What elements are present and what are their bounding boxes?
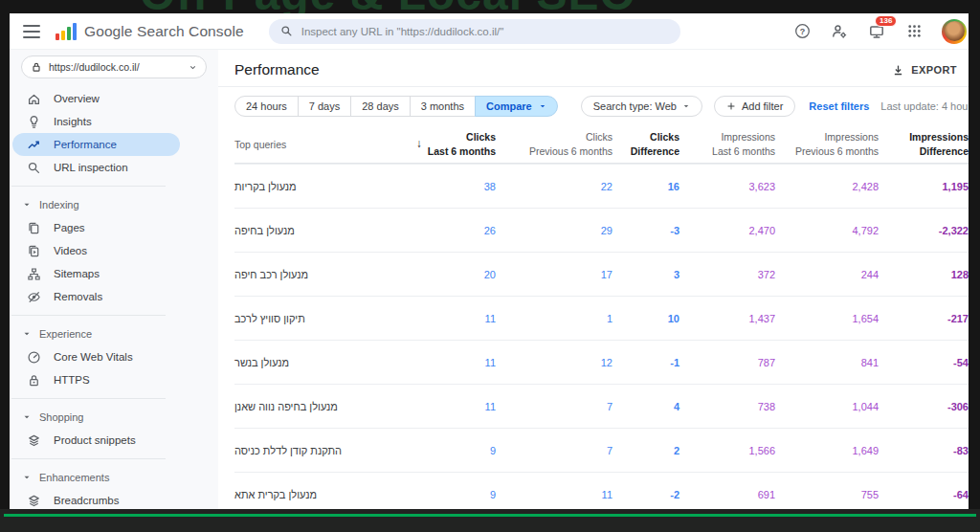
- sidebar-item-core-web-vitals[interactable]: Core Web Vitals: [10, 345, 180, 368]
- section-caret-icon: [23, 474, 31, 481]
- search-type-chip[interactable]: Search type: Web: [581, 96, 702, 117]
- sidebar-item-overview[interactable]: Overview: [10, 87, 180, 110]
- sidebar-item-removals[interactable]: Removals: [10, 285, 180, 308]
- sidebar-section-enhancements[interactable]: Enhancements: [10, 466, 218, 489]
- table-row[interactable]: התקנת קודן לדלת כניסה 9 7 2 1,566 1,649 …: [234, 428, 969, 472]
- appbar-actions: ? 136: [792, 19, 961, 44]
- sidebar-item-label: Insights: [54, 116, 92, 127]
- sidebar-item-label: Performance: [54, 139, 117, 150]
- column-clicks-previous[interactable]: ClicksPrevious 6 months: [496, 130, 612, 157]
- plus-icon: [726, 101, 736, 111]
- sidebar-divider: [11, 186, 166, 187]
- section-caret-icon: [23, 330, 31, 338]
- frame-bottom-strip: [0, 509, 980, 532]
- notifications-icon[interactable]: 136: [867, 22, 886, 41]
- table-row[interactable]: מנעולן בקריות 38 22 16 3,623 2,428 1,195: [234, 164, 969, 208]
- videos-icon: [26, 243, 41, 258]
- notification-badge: 136: [875, 15, 897, 28]
- chip-24-hours[interactable]: 24 hours: [234, 96, 299, 117]
- download-icon: [892, 64, 904, 77]
- sidebar-item-pages[interactable]: Pages: [10, 216, 180, 239]
- date-range-chips: 24 hours 7 days 28 days 3 months Compare: [234, 96, 558, 117]
- table-row[interactable]: תיקון סוויץ לרכב 11 1 10 1,437 1,654 -21…: [234, 296, 969, 340]
- sidebar-item-label: HTTPS: [54, 374, 90, 386]
- chip-28-days[interactable]: 28 days: [350, 96, 411, 117]
- sidebar-item-label: URL inspection: [54, 162, 128, 173]
- sidebar-item-product-snippets[interactable]: Product snippets: [10, 429, 180, 452]
- ghost-slide-title: Off Page & Local SEO: [140, 0, 752, 13]
- pages-icon: [26, 220, 41, 235]
- app-window: Google Search Console ? 136: [10, 13, 969, 509]
- table-row[interactable]: מנעולן בחיפה 26 29 -3 2,470 4,792 -2,322: [234, 208, 969, 252]
- sidebar-section-shopping[interactable]: Shopping: [10, 406, 218, 429]
- column-impressions-previous[interactable]: ImpressionsPrevious 6 months: [775, 130, 879, 157]
- sidebar: https://dudilock.co.il/ Overview Insight…: [10, 50, 218, 509]
- layers-icon: [26, 432, 41, 448]
- section-label: Shopping: [39, 411, 84, 423]
- property-selector[interactable]: https://dudilock.co.il/: [21, 55, 207, 78]
- sidebar-item-label: Sitemaps: [54, 268, 100, 279]
- sidebar-item-videos[interactable]: Videos: [10, 239, 180, 262]
- sidebar-item-performance[interactable]: Performance: [12, 133, 180, 156]
- chevron-down-icon: [539, 102, 546, 110]
- chip-compare[interactable]: Compare: [475, 96, 558, 117]
- sidebar-item-label: Removals: [54, 291, 102, 302]
- user-settings-icon[interactable]: [830, 22, 849, 41]
- url-inspect-searchbox[interactable]: [269, 19, 680, 44]
- ghost-slide-title-strip: Off Page & Local SEO: [140, 0, 752, 13]
- compare-label: Compare: [486, 100, 532, 112]
- table-row[interactable]: מנעולן רכב חיפה 20 17 3 372 244 128: [234, 252, 969, 296]
- sidebar-item-breadcrumbs[interactable]: Breadcrumbs: [10, 489, 180, 509]
- green-accent-line: [4, 514, 976, 517]
- sidebar-item-url-inspection[interactable]: URL inspection: [10, 156, 180, 179]
- main-content: Performance EXPORT 24 hours 7 days 28 da…: [218, 50, 969, 509]
- sidebar-divider: [11, 398, 166, 399]
- page-title: Performance: [234, 61, 320, 78]
- sidebar-item-label: Product snippets: [54, 434, 136, 446]
- chip-3-months[interactable]: 3 months: [410, 96, 476, 117]
- filter-bar: 24 hours 7 days 28 days 3 months Compare…: [218, 87, 969, 125]
- section-caret-icon: [23, 413, 31, 421]
- magnifier-icon: [26, 160, 41, 175]
- apps-grid-icon[interactable]: [904, 22, 924, 41]
- export-button[interactable]: EXPORT: [892, 64, 957, 77]
- property-url: https://dudilock.co.il/: [49, 61, 140, 73]
- column-clicks-last[interactable]: ↓ ClicksLast 6 months: [386, 130, 496, 157]
- sidebar-section-indexing[interactable]: Indexing: [10, 193, 218, 216]
- layers-icon: [26, 493, 41, 508]
- table-row[interactable]: מנעולן בחיפה נווה שאנן 11 7 4 738 1,044 …: [234, 384, 969, 428]
- section-caret-icon: [23, 201, 31, 209]
- sidebar-divider: [11, 458, 166, 459]
- menu-icon[interactable]: [23, 25, 40, 38]
- sidebar-item-label: Pages: [54, 222, 85, 233]
- add-filter-label: Add filter: [742, 100, 783, 112]
- eye-off-icon: [26, 289, 41, 304]
- avatar[interactable]: [942, 19, 967, 44]
- search-type-label: Search type: Web: [593, 100, 677, 112]
- chip-7-days[interactable]: 7 days: [298, 96, 351, 117]
- home-icon: [26, 91, 41, 106]
- lightbulb-icon: [26, 114, 41, 129]
- add-filter-chip[interactable]: Add filter: [714, 96, 795, 117]
- column-top-queries[interactable]: Top queries: [234, 139, 386, 150]
- sidebar-item-sitemaps[interactable]: Sitemaps: [10, 262, 180, 285]
- sidebar-item-https[interactable]: HTTPS: [10, 368, 180, 391]
- top-app-bar: Google Search Console ? 136: [10, 13, 969, 50]
- reset-filters-link[interactable]: Reset filters: [809, 100, 869, 112]
- table-row[interactable]: מנעולן בנשר 11 12 -1 787 841 -54: [234, 340, 969, 384]
- sidebar-item-label: Overview: [54, 93, 100, 104]
- column-impressions-last[interactable]: ImpressionsLast 6 months: [679, 130, 775, 157]
- sidebar-item-insights[interactable]: Insights: [10, 110, 180, 133]
- chevron-down-icon: [682, 102, 690, 110]
- sitemaps-icon: [26, 266, 41, 281]
- sidebar-item-label: Videos: [54, 245, 87, 256]
- section-label: Indexing: [39, 199, 79, 211]
- site-favicon: [31, 61, 42, 73]
- url-inspect-input[interactable]: [301, 26, 669, 37]
- column-impressions-difference[interactable]: ImpressionsDifference: [879, 130, 969, 157]
- help-icon[interactable]: ?: [792, 22, 812, 41]
- column-clicks-difference[interactable]: ClicksDifference: [612, 130, 679, 157]
- table-row[interactable]: מנעולן בקרית אתא 9 11 -2 691 755 -64: [234, 472, 969, 509]
- sidebar-divider: [11, 315, 166, 316]
- sidebar-section-experience[interactable]: Experience: [10, 322, 218, 345]
